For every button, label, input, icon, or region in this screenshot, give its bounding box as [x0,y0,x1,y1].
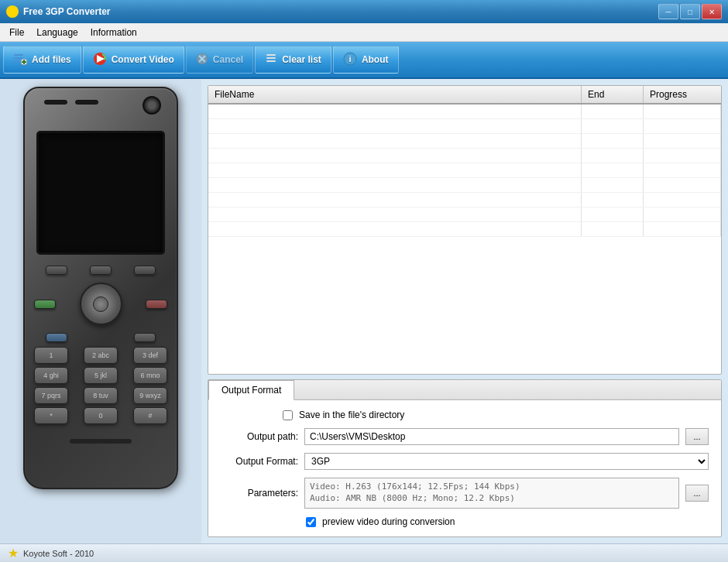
parameters-label: Parameters: [221,488,298,499]
output-path-input[interactable] [304,428,679,445]
about-icon: i [343,52,357,68]
svg-rect-2 [14,60,20,62]
menu-information[interactable]: Information [84,26,143,39]
about-label: About [362,54,389,65]
cancel-button[interactable]: Cancel [186,46,253,74]
phone-speaker-left [44,100,67,105]
phone-num-row-4: * 0 # [34,407,167,424]
save-in-dir-row: Save in the file's directory [283,410,709,420]
output-body: Save in the file's directory Output path… [208,400,721,536]
svg-rect-13 [266,57,276,59]
file-table-container: FileName End Progress [208,85,722,375]
output-format-panel: Output Format Save in the file's directo… [208,379,722,537]
parameters-row: Parameters: Video: H.263 (176x144; 12.5F… [221,478,709,509]
svg-text:i: i [349,54,351,63]
phone-panel: 1 2 abc 3 def 4 ghi 5 jkl 6 mno 7 pqrs 8… [0,79,201,543]
svg-rect-5 [22,61,26,63]
toolbar: Add files Convert Video Cancel [0,42,728,79]
save-in-dir-label: Save in the file's directory [299,410,404,420]
phone-dpad [80,283,122,325]
col-filename: FileName [208,86,582,104]
preview-checkbox[interactable] [306,517,316,527]
output-format-label: Output Format: [221,456,298,467]
output-path-browse-button[interactable]: ... [685,428,709,445]
phone-bottom-bar [70,439,132,444]
output-tab-bar: Output Format [208,380,721,400]
maximize-button[interactable]: □ [680,4,700,19]
status-star-icon: ★ [8,546,19,560]
table-row [208,149,721,163]
svg-rect-12 [266,54,276,56]
status-bar: ★ Koyote Soft - 2010 [0,543,728,562]
phone-image: 1 2 abc 3 def 4 ghi 5 jkl 6 mno 7 pqrs 8… [23,87,178,489]
table-row [208,119,721,134]
preview-checkbox-row: preview video during conversion [306,516,709,527]
main-content: 1 2 abc 3 def 4 ghi 5 jkl 6 mno 7 pqrs 8… [0,79,728,543]
col-end: End [582,86,644,104]
table-row [208,193,721,207]
phone-key-call [34,300,56,309]
phone-key-6: 6 mno [133,367,167,384]
add-files-label: Add files [32,54,71,65]
about-button[interactable]: i About [333,46,399,74]
svg-rect-14 [266,60,276,62]
title-bar: Free 3GP Converter ─ □ ✕ [0,0,728,23]
convert-video-label: Convert Video [112,54,174,65]
phone-key-4: 4 ghi [34,367,68,384]
parameters-textarea[interactable]: Video: H.263 (176x144; 12.5Fps; 144 Kbps… [304,478,679,509]
phone-key-star: * [34,407,68,424]
phone-key-back [134,333,156,342]
output-format-select[interactable]: 3GP MP4 AVI WMV [304,453,709,470]
preview-label: preview video during conversion [322,516,455,527]
table-row [208,163,721,178]
phone-key-end [146,300,167,309]
close-button[interactable]: ✕ [702,4,722,19]
convert-icon [93,52,107,68]
parameters-settings-button[interactable]: ... [685,485,709,502]
phone-key-7: 7 pqrs [34,387,68,404]
menu-bar: File Language Information [0,23,728,42]
phone-key-2: 2 abc [84,347,118,364]
svg-rect-1 [14,57,23,59]
app-icon [6,5,19,18]
output-format-row: Output Format: 3GP MP4 AVI WMV [221,453,709,470]
phone-key-softleft [46,266,67,275]
phone-num-row-3: 7 pqrs 8 tuv 9 wxyz [34,387,167,404]
table-row [208,104,721,119]
tab-output-format[interactable]: Output Format [208,380,294,400]
phone-keypad: 1 2 abc 3 def 4 ghi 5 jkl 6 mno 7 pqrs 8… [25,255,177,433]
output-path-label: Output path: [221,431,298,442]
window-title: Free 3GP Converter [23,6,111,17]
output-path-row: Output path: ... [221,428,709,445]
file-table-body [208,104,721,237]
clear-list-label: Clear list [282,54,321,65]
table-header-row: FileName End Progress [208,86,721,104]
table-row [208,178,721,193]
menu-language[interactable]: Language [30,26,84,39]
phone-key-3: 3 def [133,347,167,364]
phone-num-row-1: 1 2 abc 3 def [34,347,167,364]
phone-screen [36,131,165,255]
right-panel: FileName End Progress [201,79,728,543]
cancel-label: Cancel [213,54,243,65]
phone-camera [143,96,161,115]
phone-key-0: 0 [84,407,118,424]
phone-key-5: 5 jkl [84,367,118,384]
phone-key-1: 1 [34,347,68,364]
phone-key-hash: # [133,407,167,424]
save-in-dir-checkbox[interactable] [283,410,293,420]
table-row [208,222,721,237]
add-files-button[interactable]: Add files [3,46,81,74]
title-bar-left: Free 3GP Converter [6,5,111,18]
phone-num-row-2: 4 ghi 5 jkl 6 mno [34,367,167,384]
phone-key-center-top [90,266,112,275]
convert-video-button[interactable]: Convert Video [83,46,184,74]
title-controls: ─ □ ✕ [658,4,722,19]
cancel-icon [196,53,208,67]
phone-key-home [46,333,67,342]
clear-list-button[interactable]: Clear list [255,46,331,74]
add-files-icon [13,52,27,68]
minimize-button[interactable]: ─ [658,4,678,19]
file-table: FileName End Progress [208,86,721,237]
menu-file[interactable]: File [3,26,30,39]
